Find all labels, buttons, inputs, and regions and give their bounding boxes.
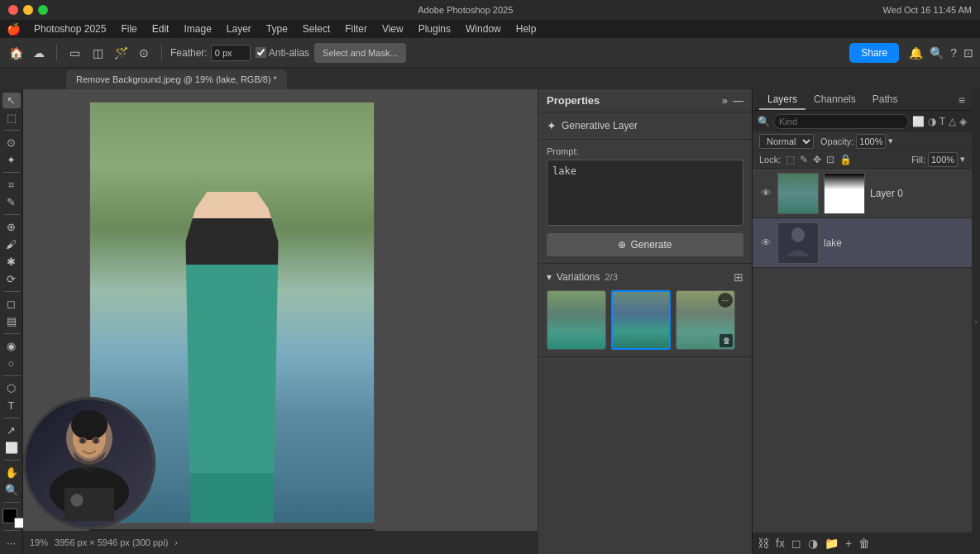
lock-move-icon[interactable]: ✥: [813, 154, 821, 165]
notification-icon[interactable]: 🔔: [909, 46, 923, 60]
layers-kind-input[interactable]: [773, 114, 909, 129]
menu-filter[interactable]: Filter: [338, 21, 374, 36]
lock-all-icon[interactable]: 🔒: [839, 154, 852, 165]
variation-thumb-1[interactable]: [547, 290, 606, 350]
cloud-icon[interactable]: ☁: [30, 44, 48, 62]
opacity-chevron-icon[interactable]: ▾: [888, 136, 893, 146]
search-icon[interactable]: 🔍: [930, 46, 944, 60]
healing-tool[interactable]: ⊕: [2, 219, 21, 235]
layer0-mask-thumbnail: [824, 173, 865, 214]
marquee-tool[interactable]: ⬚: [2, 110, 21, 126]
rect-marquee-icon[interactable]: ▭: [65, 44, 84, 62]
prompt-textarea[interactable]: lake: [547, 160, 743, 226]
lock-brush-icon[interactable]: ✎: [800, 154, 808, 165]
brush-tool[interactable]: 🖌: [2, 236, 21, 252]
properties-close-icon[interactable]: —: [733, 94, 743, 107]
tab-layers[interactable]: Layers: [759, 90, 806, 110]
path-tool[interactable]: ⬡: [2, 380, 21, 396]
filter-pixel-icon[interactable]: ⬜: [912, 116, 925, 127]
eyedropper-tool[interactable]: ✎: [2, 194, 21, 210]
clone-tool[interactable]: ✱: [2, 254, 21, 270]
traffic-lights[interactable]: [0, 5, 48, 15]
move-tool[interactable]: ↖: [2, 93, 21, 108]
magic-wand-tool[interactable]: ✦: [2, 152, 21, 168]
home-icon[interactable]: 🏠: [7, 44, 25, 62]
gradient-tool[interactable]: ▤: [2, 313, 21, 329]
share-button[interactable]: Share: [849, 43, 899, 63]
help-icon[interactable]: ?: [950, 46, 957, 60]
eraser-tool[interactable]: ◻: [2, 296, 21, 312]
lasso-icon[interactable]: ⊙: [135, 44, 153, 62]
variation-thumb-2[interactable]: [611, 290, 671, 350]
variation-more-icon[interactable]: ···: [718, 293, 733, 308]
menu-edit[interactable]: Edit: [146, 21, 176, 36]
dodge-tool[interactable]: ○: [2, 356, 21, 371]
layers-menu-icon[interactable]: ≡: [958, 93, 965, 107]
more-tools[interactable]: ···: [2, 535, 21, 551]
zoom-tool[interactable]: 🔍: [2, 482, 21, 498]
grid-icon[interactable]: ⊞: [734, 270, 743, 284]
filter-adj-icon[interactable]: ◑: [928, 116, 936, 127]
select-tool[interactable]: ↗: [2, 423, 21, 438]
close-button[interactable]: [8, 5, 18, 15]
maximize-button[interactable]: [38, 5, 48, 15]
feather-input[interactable]: [211, 45, 251, 61]
lock-checkerboard-icon[interactable]: ⬚: [786, 154, 795, 165]
crop-tool[interactable]: ⌗: [2, 177, 21, 193]
variation-thumb-3[interactable]: ··· 🗑: [676, 290, 735, 350]
hand-tool[interactable]: ✋: [2, 465, 21, 480]
variation-trash-icon[interactable]: 🗑: [719, 334, 733, 347]
filter-type-icon[interactable]: T: [939, 116, 945, 127]
filter-shape-icon[interactable]: △: [949, 116, 956, 127]
menu-image[interactable]: Image: [177, 21, 218, 36]
lake-visibility[interactable]: 👁: [759, 236, 772, 249]
menu-photoshop[interactable]: Photoshop 2025: [27, 21, 112, 36]
color-swatches[interactable]: [2, 509, 21, 524]
delete-layer-icon[interactable]: 🗑: [858, 537, 870, 550]
doc-tab[interactable]: Remove Background.jpeg @ 19% (lake, RGB/…: [66, 69, 287, 89]
fill-chevron-icon[interactable]: ▾: [960, 154, 965, 165]
wand-icon[interactable]: 🪄: [112, 44, 130, 62]
generate-button[interactable]: ⊕ Generate: [547, 233, 743, 256]
filter-smart-icon[interactable]: ◈: [959, 116, 967, 127]
panel-collapse-button[interactable]: ›: [972, 89, 980, 554]
tab-channels[interactable]: Channels: [806, 90, 864, 110]
menu-layer[interactable]: Layer: [220, 21, 258, 36]
select-and-mask-button[interactable]: Select and Mask...: [314, 43, 406, 63]
menu-view[interactable]: View: [375, 21, 410, 36]
type-tool[interactable]: T: [2, 398, 21, 413]
link-layers-icon[interactable]: ⛓: [758, 537, 769, 550]
chevron-down-icon[interactable]: ▾: [547, 271, 552, 283]
canvas-area[interactable]: lake ‹ 2/3 › ⊕ Generate ··· 19% 3956 px …: [23, 89, 538, 554]
adjustment-icon[interactable]: ◑: [808, 537, 818, 550]
minimize-button[interactable]: [23, 5, 33, 15]
shape-tool[interactable]: ⬜: [2, 440, 21, 456]
blend-mode-select[interactable]: Normal: [759, 134, 814, 149]
blur-tool[interactable]: ◉: [2, 338, 21, 354]
menu-window[interactable]: Window: [459, 21, 508, 36]
fx-icon[interactable]: fx: [776, 537, 785, 550]
tab-paths[interactable]: Paths: [864, 90, 906, 110]
menu-plugins[interactable]: Plugins: [412, 21, 457, 36]
transform-icon[interactable]: ◫: [88, 44, 107, 62]
layer0-visibility[interactable]: 👁: [759, 187, 772, 199]
new-layer-icon[interactable]: +: [845, 537, 852, 550]
menu-select[interactable]: Select: [296, 21, 337, 36]
menu-type[interactable]: Type: [260, 21, 294, 36]
history-tool[interactable]: ⟳: [2, 271, 21, 287]
apple-menu[interactable]: 🍎: [7, 22, 21, 36]
layer-item-layer0[interactable]: 👁 Layer 0: [753, 169, 972, 218]
lasso-tool[interactable]: ⊙: [2, 135, 21, 150]
arrange-icon[interactable]: ⊡: [963, 46, 973, 60]
menu-file[interactable]: File: [114, 21, 143, 36]
menu-help[interactable]: Help: [509, 21, 543, 36]
anti-alias-checkbox[interactable]: [256, 47, 266, 58]
opacity-value[interactable]: 100%: [856, 134, 886, 149]
add-mask-icon[interactable]: ◻: [791, 537, 801, 550]
lake-thumb-svg: [778, 223, 818, 263]
lock-artboard-icon[interactable]: ⊡: [826, 154, 834, 165]
fill-value[interactable]: 100%: [928, 152, 958, 167]
expand-icon[interactable]: »: [722, 94, 728, 107]
group-icon[interactable]: 📁: [825, 537, 839, 550]
layer-item-lake[interactable]: 👁 lake: [753, 218, 972, 268]
